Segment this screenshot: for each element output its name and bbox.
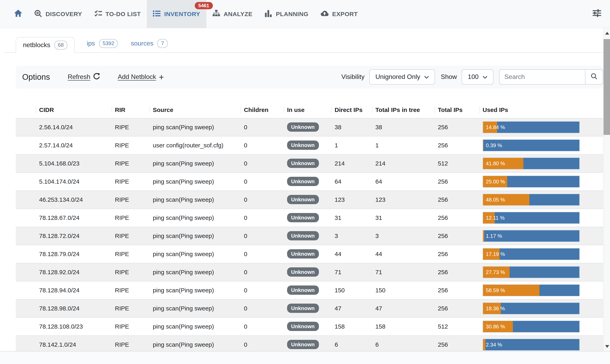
table-row[interactable]: 78.128.67.0/24 RIPE ping scan(Ping sweep… [16, 208, 603, 226]
cell-total-ips-in-tree: 158 [372, 323, 435, 330]
col-header-in-use[interactable]: In use [284, 106, 332, 113]
cell-used-ips: 30.86 % [479, 320, 603, 332]
cell-in-use: Unknown [284, 141, 332, 150]
col-header-source[interactable]: Source [150, 106, 241, 113]
nav-discovery-label: DISCOVERY [46, 11, 82, 17]
cell-direct-ips: 214 [332, 160, 372, 167]
add-netblock-button[interactable]: Add Netblock + [118, 73, 164, 81]
cell-used-ips: 2.34 % [479, 338, 603, 351]
show-dropdown[interactable]: 100 [462, 69, 494, 85]
tab-sources[interactable]: sources 7 [130, 39, 168, 52]
table-row[interactable]: 5.104.168.0/23 RIPE ping scan(Ping sweep… [16, 154, 603, 172]
used-ips-bar: 48.05 % [483, 194, 580, 206]
tab-netblocks-label: netblocks [23, 41, 50, 49]
nav-export[interactable]: EXPORT [315, 0, 364, 28]
inventory-list-icon [153, 10, 160, 18]
table-row[interactable]: 2.57.14.0/24 RIPE user config(router_sof… [16, 136, 603, 154]
cell-in-use: Unknown [284, 340, 332, 349]
used-ips-percent-label: 17.19 % [486, 251, 505, 257]
in-use-status-badge: Unknown [287, 177, 319, 186]
cell-direct-ips: 31 [332, 214, 372, 221]
table-row[interactable]: 2.56.14.0/24 RIPE ping scan(Ping sweep) … [16, 118, 603, 136]
cell-children: 0 [241, 250, 284, 257]
col-header-children[interactable]: Children [241, 106, 284, 113]
cell-total-ips: 256 [435, 269, 479, 275]
refresh-button[interactable]: Refresh [68, 73, 100, 81]
nav-home[interactable] [8, 0, 28, 28]
nav-settings-button[interactable] [584, 0, 610, 28]
show-label: Show [441, 73, 457, 80]
cell-direct-ips: 3 [332, 232, 372, 239]
cell-rir: RIPE [112, 323, 150, 330]
table-row[interactable]: 46.253.134.0/24 RIPE ping scan(Ping swee… [16, 190, 603, 208]
table-row[interactable]: 78.128.94.0/24 RIPE ping scan(Ping sweep… [16, 281, 603, 299]
cell-total-ips-in-tree: 1 [372, 142, 435, 149]
search-input[interactable] [499, 69, 585, 85]
cell-total-ips-in-tree: 38 [372, 124, 435, 130]
tab-netblocks[interactable]: netblocks 68 [16, 37, 75, 52]
cell-in-use: Unknown [284, 177, 332, 186]
cell-used-ips: 58.59 % [479, 284, 603, 296]
cell-total-ips: 256 [435, 305, 479, 312]
plus-icon: + [159, 73, 164, 81]
cell-source: ping scan(Ping sweep) [150, 341, 241, 348]
netblocks-table: CIDR RIR Source Children In use Direct I… [16, 101, 603, 353]
nav-analyze[interactable]: ANALYZE [206, 0, 258, 28]
cell-in-use: Unknown [284, 195, 332, 204]
tab-netblocks-count: 68 [54, 41, 67, 49]
cell-rir: RIPE [112, 214, 150, 221]
scrollbar-down-arrow[interactable] [604, 342, 610, 350]
nav-discovery[interactable]: DISCOVERY [28, 0, 88, 28]
cell-total-ips-in-tree: 123 [372, 196, 435, 203]
col-header-total-ips[interactable]: Total IPs [435, 106, 479, 113]
top-navbar: DISCOVERY TO-DO LIST INVENT [0, 0, 610, 28]
col-header-total-ips-in-tree[interactable]: Total IPs in tree [372, 106, 435, 113]
visibility-dropdown[interactable]: Unignored Only [369, 69, 435, 85]
cell-used-ips: 27.73 % [479, 266, 603, 278]
col-header-used-ips[interactable]: Used IPs [479, 106, 603, 113]
in-use-status-badge: Unknown [287, 141, 319, 150]
nav-export-label: EXPORT [332, 11, 358, 17]
cell-children: 0 [241, 269, 284, 275]
nav-todo-list[interactable]: TO-DO LIST [88, 0, 147, 28]
search-button[interactable] [585, 69, 603, 85]
nav-inventory[interactable]: INVENTORY 5461 [147, 0, 206, 28]
col-header-rir[interactable]: RIR [112, 106, 150, 113]
cell-total-ips: 256 [435, 124, 479, 130]
cell-total-ips-in-tree: 150 [372, 287, 435, 294]
cell-used-ips: 18.36 % [479, 302, 603, 314]
cell-cidr: 78.128.108.0/23 [36, 323, 112, 330]
table-row[interactable]: 78.128.92.0/24 RIPE ping scan(Ping sweep… [16, 263, 603, 281]
col-header-cidr[interactable]: CIDR [36, 106, 112, 113]
used-ips-percent-label: 48.05 % [486, 196, 505, 203]
table-row[interactable]: 78.128.108.0/23 RIPE ping scan(Ping swee… [16, 317, 603, 335]
cell-source: ping scan(Ping sweep) [150, 287, 241, 294]
cell-cidr: 5.104.168.0/23 [36, 160, 112, 167]
in-use-status-badge: Unknown [287, 340, 319, 349]
cell-used-ips: 12.11 % [479, 212, 603, 224]
in-use-status-badge: Unknown [287, 267, 319, 277]
table-row[interactable]: 78.128.79.0/24 RIPE ping scan(Ping sweep… [16, 245, 603, 263]
cell-total-ips: 256 [435, 178, 479, 185]
cell-cidr: 78.128.98.0/24 [36, 305, 112, 312]
table-row[interactable]: 5.104.174.0/24 RIPE ping scan(Ping sweep… [16, 172, 603, 190]
cell-cidr: 78.128.94.0/24 [36, 287, 112, 294]
used-ips-bar: 2.34 % [483, 338, 580, 351]
in-use-status-badge: Unknown [287, 304, 319, 313]
used-ips-bar: 17.19 % [483, 248, 580, 260]
tab-ips[interactable]: ips 5392 [86, 39, 119, 52]
nav-planning[interactable]: PLANNING [258, 0, 314, 28]
table-row[interactable]: 78.128.98.0/24 RIPE ping scan(Ping sweep… [16, 299, 603, 317]
cell-rir: RIPE [112, 232, 150, 239]
used-ips-bar: 18.36 % [483, 302, 580, 314]
scrollbar-thumb[interactable] [604, 39, 610, 135]
table-row[interactable]: 78.142.1.0/24 RIPE ping scan(Ping sweep)… [16, 335, 603, 353]
cell-rir: RIPE [112, 305, 150, 312]
used-ips-bar: 27.73 % [483, 266, 580, 278]
scrollbar-up-arrow[interactable] [604, 29, 610, 37]
vertical-scrollbar[interactable] [603, 28, 610, 351]
chevron-down-icon [483, 73, 487, 80]
table-row[interactable]: 78.128.72.0/24 RIPE ping scan(Ping sweep… [16, 226, 603, 245]
cell-rir: RIPE [112, 160, 150, 167]
col-header-direct-ips[interactable]: Direct IPs [332, 106, 372, 113]
